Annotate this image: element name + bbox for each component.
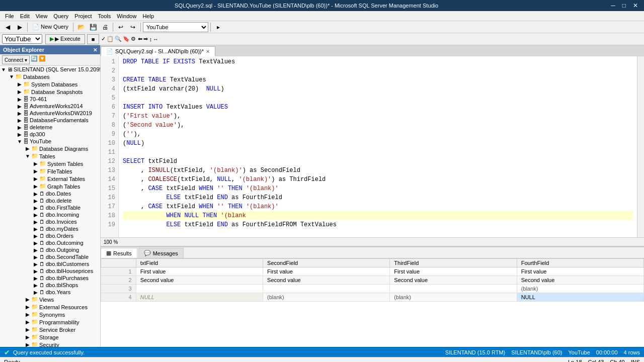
tree-item[interactable]: ▶📁System Databases (0, 80, 100, 88)
exec-btn-8[interactable]: ➡ (143, 36, 148, 42)
tree-item[interactable]: ▶📁Synonyms (0, 311, 100, 318)
toolbar-new-query[interactable]: 📄 New Query (30, 22, 71, 33)
close-btn[interactable]: ✕ (631, 2, 640, 9)
toolbar-btn-5[interactable]: ↪ (127, 22, 138, 33)
menu-item-view[interactable]: View (33, 13, 51, 20)
tree-item[interactable]: ▶🗒dbo.Incoming (0, 211, 100, 218)
tree-expand-icon[interactable]: ▶ (16, 97, 23, 102)
tree-expand-icon[interactable]: ▶ (32, 268, 39, 274)
tree-expand-icon[interactable]: ▶ (32, 168, 39, 174)
exec-btn-3[interactable]: 📋 (107, 36, 114, 42)
tree-expand-icon[interactable]: ▶ (32, 219, 39, 225)
code-editor[interactable]: 12345678910111213141516171819 DROP TABLE… (101, 56, 644, 237)
tree-item[interactable]: ▶🗒dbo.FirstTable (0, 204, 100, 211)
tree-item[interactable]: ▼🖥SILENTAND (SQL Server 15.0.2095.3 - SI… (0, 66, 100, 73)
tree-expand-icon[interactable]: ▶ (32, 247, 39, 253)
tree-item[interactable]: ▼🗄YouTube (0, 138, 100, 145)
tree-expand-icon[interactable]: ▶ (16, 132, 23, 137)
tree-item[interactable]: ▼📁Tables (0, 152, 100, 160)
tree-expand-icon[interactable]: ▶ (32, 261, 39, 267)
tree-expand-icon[interactable]: ▶ (16, 118, 23, 123)
tree-item[interactable]: ▶🗒dbo.delete (0, 197, 100, 204)
tree-item[interactable]: ▶🗒dbo.Dates (0, 190, 100, 197)
tree-expand-icon[interactable]: ▶ (32, 283, 39, 288)
results-tab-results[interactable]: ▦ Results (101, 248, 137, 258)
tree-expand-icon[interactable]: ▶ (32, 191, 39, 197)
tree-expand-icon[interactable]: ▶ (16, 81, 23, 87)
exec-btn-4[interactable]: 🔍 (115, 36, 122, 42)
tree-item[interactable]: ▶🗒dbo.tblShops (0, 282, 100, 289)
menu-item-project[interactable]: Project (71, 13, 95, 20)
tree-expand-icon[interactable]: ▶ (24, 312, 31, 317)
tree-expand-icon[interactable]: ▶ (32, 205, 39, 211)
tree-item[interactable]: ▶🗒dbo.tblCustomers (0, 260, 100, 267)
tab-close-btn[interactable]: ✕ (206, 49, 210, 54)
stop-btn[interactable]: ■ (87, 34, 100, 44)
menu-item-tools[interactable]: Tools (95, 13, 114, 20)
tree-expand-icon[interactable]: ▶ (32, 233, 39, 239)
tree-item[interactable]: ▶📁Service Broker (0, 326, 100, 333)
code-content[interactable]: DROP TABLE IF EXISTS TextValues CREATE T… (119, 56, 637, 237)
tree-item[interactable]: ▶🗒dbo.tblPurchases (0, 275, 100, 282)
exec-btn-9[interactable]: ↕ (149, 36, 152, 42)
tree-expand-icon[interactable]: ▶ (32, 212, 39, 218)
tree-expand-icon[interactable]: ▶ (32, 176, 39, 182)
tree-item[interactable]: ▶📁External Resources (0, 303, 100, 311)
tree-expand-icon[interactable]: ▶ (16, 89, 23, 95)
tree-item[interactable]: ▶🗄AdventureWorksDW2019 (0, 110, 100, 117)
tree-item[interactable]: ▶📁External Tables (0, 175, 100, 183)
tree-expand-icon[interactable]: ▶ (32, 276, 39, 281)
toolbar-nav-fwd[interactable]: ▶ (14, 22, 25, 33)
execute-button[interactable]: ▶ ▶ Execute (45, 34, 85, 44)
toolbar-btn-2[interactable]: 💾 (88, 22, 99, 33)
tree-expand-icon[interactable]: ▶ (16, 104, 23, 109)
tree-expand-icon[interactable]: ▶ (24, 304, 31, 310)
tree-item[interactable]: ▶📁Views (0, 296, 100, 303)
tree-item[interactable]: ▶🗄70-461 (0, 96, 100, 103)
tree-item[interactable]: ▶🗒dbo.Orders (0, 232, 100, 239)
toolbar-btn-4[interactable]: ↩ (115, 22, 126, 33)
menu-item-window[interactable]: Window (114, 13, 139, 20)
tree-expand-icon[interactable]: ▶ (32, 198, 39, 204)
menu-item-help[interactable]: Help (139, 13, 157, 20)
tree-expand-icon[interactable]: ▼ (8, 74, 15, 79)
toolbar-more[interactable]: ▸ (213, 22, 224, 33)
tree-expand-icon[interactable]: ▶ (24, 146, 31, 151)
menu-item-file[interactable]: File (2, 13, 17, 20)
tree-item[interactable]: ▶🗄deleteme (0, 124, 100, 131)
tree-item[interactable]: ▶🗒dbo.Invoices (0, 218, 100, 225)
tree-item[interactable]: ▶🗄AdventureWorks2014 (0, 103, 100, 110)
tree-expand-icon[interactable]: ▶ (24, 334, 31, 340)
tree-item[interactable]: ▶🗒dbo.myDates (0, 225, 100, 232)
active-tab[interactable]: 📄 SQLQuery2.sql - SI...AND\plb (60))* ✕ (101, 46, 215, 56)
tree-item[interactable]: ▼📁Databases (0, 73, 100, 80)
toolbar-btn-3[interactable]: 🖨 (100, 22, 111, 33)
tree-item[interactable]: ▶🗄DatabaseFundamentals (0, 117, 100, 124)
tree-expand-icon[interactable]: ▶ (16, 125, 23, 130)
editor-scrollbar[interactable] (637, 56, 644, 237)
tree-item[interactable]: ▶🗒dbo.Years (0, 289, 100, 296)
tree-item[interactable]: ▶📁Graph Tables (0, 183, 100, 190)
menu-item-query[interactable]: Query (50, 13, 71, 20)
tree-expand-icon[interactable]: ▶ (32, 161, 39, 166)
exec-btn-6[interactable]: ⚙ (131, 36, 136, 42)
connection-combo[interactable]: YouTube (2, 34, 42, 44)
tree-expand-icon[interactable]: ▶ (32, 254, 39, 260)
toolbar-nav-back[interactable]: ◀ (2, 22, 13, 33)
tree-item[interactable]: ▶📁Database Diagrams (0, 145, 100, 152)
oe-filter-btn[interactable]: 🔽 (39, 55, 46, 64)
oe-close-btn[interactable]: ✕ (93, 47, 97, 53)
tree-expand-icon[interactable]: ▶ (32, 290, 39, 295)
tree-item[interactable]: ▶📁Security (0, 341, 100, 347)
tree-item[interactable]: ▶📁Programmability (0, 318, 100, 326)
tree-item[interactable]: ▶🗄dp300 (0, 131, 100, 138)
tree-expand-icon[interactable]: ▶ (24, 297, 31, 302)
database-combo[interactable]: ProductDescription YouTube (143, 22, 208, 32)
tree-item[interactable]: ▶🗒dbo.SecondTable (0, 253, 100, 260)
tree-item[interactable]: ▶🗒dbo.Outcoming (0, 239, 100, 246)
exec-btn-5[interactable]: 🔖 (123, 36, 130, 42)
tree-item[interactable]: ▶📁Storage (0, 333, 100, 341)
tree-expand-icon[interactable]: ▼ (24, 153, 31, 159)
exec-btn-10[interactable]: ↔ (153, 36, 158, 42)
tree-expand-icon[interactable]: ▶ (16, 111, 23, 116)
